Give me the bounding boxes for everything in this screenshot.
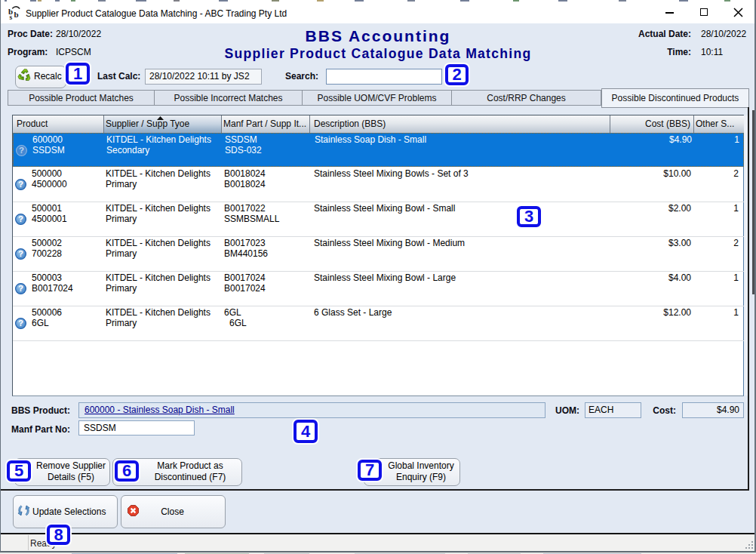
svg-text:?: ? [18,180,23,189]
svg-text:?: ? [18,249,23,258]
svg-text:?: ? [19,146,24,155]
svg-text:b: b [14,10,19,19]
svg-text:?: ? [18,319,23,328]
svg-text:?: ? [18,284,23,293]
svg-text:s: s [10,14,13,21]
svg-text:?: ? [18,214,23,223]
